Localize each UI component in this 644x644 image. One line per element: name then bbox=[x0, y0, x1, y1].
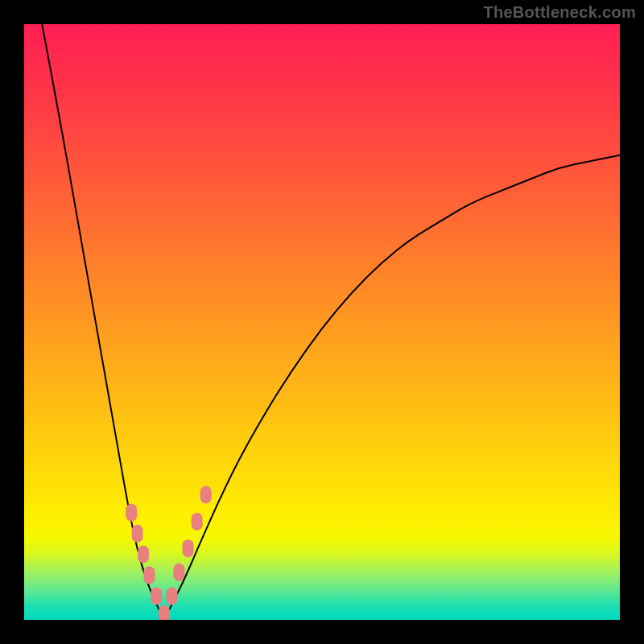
watermark-text: TheBottleneck.com bbox=[483, 3, 636, 22]
highlight-marker bbox=[138, 546, 149, 564]
highlight-marker bbox=[159, 605, 170, 620]
highlight-marker bbox=[200, 486, 212, 504]
stage: TheBottleneck.com bbox=[0, 0, 644, 644]
highlight-marker bbox=[151, 587, 162, 605]
highlight-markers-group bbox=[126, 486, 212, 620]
chart-svg bbox=[24, 24, 620, 620]
highlight-marker bbox=[132, 525, 143, 543]
highlight-marker bbox=[167, 587, 178, 605]
main-curve-path bbox=[42, 24, 620, 615]
highlight-marker bbox=[183, 539, 194, 557]
highlight-marker bbox=[126, 504, 137, 522]
highlight-marker bbox=[173, 564, 184, 581]
plot-area bbox=[24, 24, 620, 620]
highlight-marker bbox=[143, 567, 155, 584]
highlight-marker bbox=[192, 513, 203, 530]
